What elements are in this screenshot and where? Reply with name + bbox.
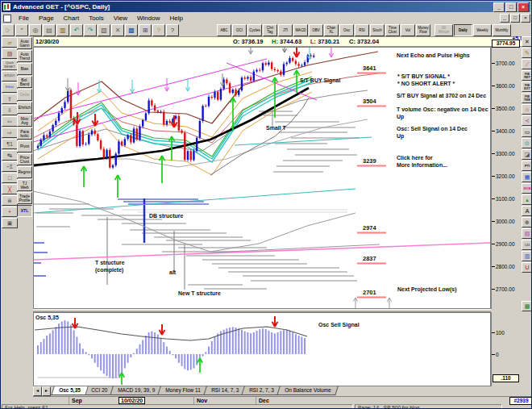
study-ehrlich[interactable]: Ehrlich bbox=[17, 102, 32, 114]
zoom-page-icon[interactable]: ◎ bbox=[29, 24, 42, 36]
format-icon[interactable]: ¶1 bbox=[2, 139, 18, 149]
paste-icon[interactable]: ▧ bbox=[98, 24, 110, 36]
stats-icon[interactable]: ÷Σ bbox=[2, 161, 18, 172]
crosshair-icon[interactable]: + bbox=[2, 207, 18, 217]
menu-chart[interactable]: Chart bbox=[59, 15, 85, 22]
forward-icon[interactable]: ↷ bbox=[84, 24, 97, 36]
study-button-chrt-tag[interactable]: ChrtTag bbox=[263, 24, 277, 36]
tab-rsi-2-7-3[interactable]: RSI 2, 7, 3 bbox=[241, 386, 281, 395]
menu-view[interactable]: View bbox=[109, 15, 132, 22]
study-button-oci[interactable]: OCI bbox=[232, 24, 247, 36]
open-chart-icon[interactable]: ▱ bbox=[2, 37, 18, 48]
quick-reset-icon[interactable]: QuickRESET bbox=[2, 60, 18, 70]
tab-osc-5-35[interactable]: Osc 5,35 bbox=[51, 386, 88, 395]
price-chart[interactable]: 364135043239297428372701Next Echo and Pu… bbox=[33, 47, 491, 309]
delete-page-icon[interactable]: ✕ bbox=[111, 24, 124, 36]
study-button-jti[interactable]: JTI bbox=[278, 24, 293, 36]
quote-page-icon[interactable]: ” bbox=[15, 24, 28, 36]
study-button-abc[interactable]: ABC bbox=[217, 24, 231, 36]
context-help-icon[interactable]: ? bbox=[166, 24, 179, 36]
new-page-icon[interactable]: ▤ bbox=[43, 24, 56, 36]
study-mov-avg[interactable]: Mov Avg bbox=[17, 115, 32, 127]
timeframe-daily[interactable]: Daily bbox=[454, 24, 472, 36]
study-eraser-icon[interactable]: STUDY bbox=[2, 71, 18, 81]
study-button-chan-xl[interactable]: ChanXL bbox=[324, 24, 339, 36]
close-button[interactable]: × bbox=[517, 2, 529, 12]
pencil-icon[interactable]: ✎ bbox=[522, 48, 532, 58]
menu-tools[interactable]: Tools bbox=[84, 15, 109, 22]
minimize-button[interactable]: _ bbox=[493, 2, 505, 12]
pti-icon[interactable]: PTI bbox=[522, 161, 532, 171]
gann-box-icon[interactable]: ⌂ bbox=[522, 104, 532, 115]
timeframe-60-minute[interactable]: 60Minute bbox=[434, 24, 453, 36]
oscillator-panel[interactable]: Osc 5,35Osc Sell Signal bbox=[33, 312, 491, 386]
chart-type-icon[interactable]: ▥ bbox=[522, 251, 532, 261]
pointer-tool-icon[interactable]: ☞ bbox=[2, 24, 15, 36]
menu-help[interactable]: Help bbox=[164, 15, 187, 22]
mob-icon[interactable]: MOB bbox=[522, 183, 532, 194]
trendline-icon[interactable]: ⟋ bbox=[522, 59, 532, 69]
maximize-button[interactable]: □ bbox=[505, 2, 517, 12]
study-button-stoch[interactable]: Stoch bbox=[370, 24, 384, 36]
data-grid-icon[interactable]: 123 bbox=[522, 240, 532, 250]
study-xtl[interactable]: XTL bbox=[17, 205, 32, 217]
palette-icon[interactable]: ▧ bbox=[522, 228, 532, 239]
study-button-osc[interactable]: Osc bbox=[339, 24, 354, 36]
arrow-down-icon[interactable]: ⇩ bbox=[2, 105, 18, 115]
study-bias[interactable]: Bias bbox=[17, 63, 32, 75]
fib-extension-icon[interactable]: FIBEXT bbox=[522, 81, 532, 92]
elliott-icon[interactable]: Elliott bbox=[2, 82, 18, 93]
box-tool-icon[interactable]: □ bbox=[2, 173, 18, 183]
study-price-clust[interactable]: Price Clust bbox=[17, 153, 32, 165]
menu-window[interactable]: Window bbox=[132, 15, 164, 22]
regression-channel-icon[interactable]: ◪ bbox=[522, 149, 532, 160]
study-para-bolic[interactable]: Para bolic bbox=[17, 127, 32, 140]
rectangle-tool-icon[interactable]: ▭ bbox=[522, 127, 532, 137]
pan-chart-icon[interactable]: ▩ bbox=[522, 301, 532, 311]
arrow-right-icon[interactable]: ⇨ bbox=[2, 127, 18, 138]
menu-file[interactable]: File bbox=[14, 15, 34, 22]
study-button-rsi[interactable]: RSI bbox=[355, 24, 369, 36]
fib-levels-icon[interactable]: ≣ bbox=[2, 195, 18, 206]
tab-rsi-14-7-3[interactable]: RSI 14, 7, 3 bbox=[203, 386, 247, 395]
study-button-macd[interactable]: MACD bbox=[293, 24, 308, 36]
andrews-pitchfork-icon[interactable]: ≺ bbox=[522, 115, 532, 126]
refresh-chart-icon[interactable]: ▩ bbox=[125, 24, 138, 36]
study-bol-band[interactable]: Bol. Band bbox=[17, 76, 32, 88]
about-icon[interactable]: ? bbox=[152, 24, 165, 36]
snapshot-icon[interactable]: ▣ bbox=[2, 218, 18, 228]
fib-retracement-icon[interactable]: FIBRET bbox=[522, 70, 532, 81]
mdi-restore-button[interactable]: □ bbox=[510, 14, 520, 23]
ellipse-tool-icon[interactable]: ⊙ bbox=[522, 138, 532, 148]
lines-toggle-icon[interactable]: ╳ bbox=[2, 184, 18, 194]
arrow-up-icon[interactable]: ⇧ bbox=[2, 94, 18, 104]
study-trade-profile[interactable]: Trade Profile bbox=[17, 192, 32, 204]
zoom-tool-icon[interactable]: ⊕ bbox=[522, 217, 532, 227]
timeframe-weekly[interactable]: Weekly bbox=[473, 24, 492, 36]
timeframe-monthly[interactable]: Monthly bbox=[493, 24, 511, 36]
study-pivot[interactable]: Pivot bbox=[17, 140, 32, 152]
tab-macd-19-39-9[interactable]: MACD 19, 39, 9 bbox=[110, 386, 163, 395]
back-icon[interactable]: ↶ bbox=[70, 24, 83, 36]
study-button-money-flow[interactable]: MoneyFlow bbox=[416, 24, 430, 36]
undo-tool-icon[interactable]: U bbox=[522, 262, 532, 273]
templates-icon[interactable]: ▨ bbox=[2, 48, 18, 59]
tj-web-icon[interactable]: ▦ bbox=[522, 172, 532, 182]
fib-time-icon[interactable]: FIBTME bbox=[522, 93, 532, 103]
study-regrsn[interactable]: Regrsn bbox=[17, 166, 32, 178]
mdi-close-button[interactable]: × bbox=[521, 14, 530, 23]
print-icon[interactable]: ⊞ bbox=[139, 24, 152, 36]
price-scale[interactable]: 3700.003600.003500.003400.003300.003200.… bbox=[491, 47, 521, 309]
tab-markers-icon[interactable]: ↹ bbox=[2, 150, 18, 161]
study-auto-gann[interactable]: Auto Gann bbox=[17, 37, 32, 49]
tab-on-balance-volume[interactable]: On Balance Volume bbox=[276, 386, 339, 395]
leaf-icon[interactable]: ▴ bbox=[522, 194, 532, 205]
tab-money-flow-11[interactable]: Money Flow 11 bbox=[157, 386, 208, 395]
delete-drawing-icon[interactable]: ✕ bbox=[522, 36, 532, 47]
tab-scroll-left[interactable]: ◄ bbox=[33, 386, 42, 396]
study-button-obv[interactable]: OBV bbox=[309, 24, 323, 36]
arrow-left-icon[interactable]: ⇦ bbox=[2, 116, 18, 127]
study-tj-web[interactable]: TJ Web bbox=[17, 179, 32, 191]
study-delta[interactable]: Delta bbox=[17, 89, 32, 101]
open-page-icon[interactable]: ▥ bbox=[56, 24, 69, 36]
